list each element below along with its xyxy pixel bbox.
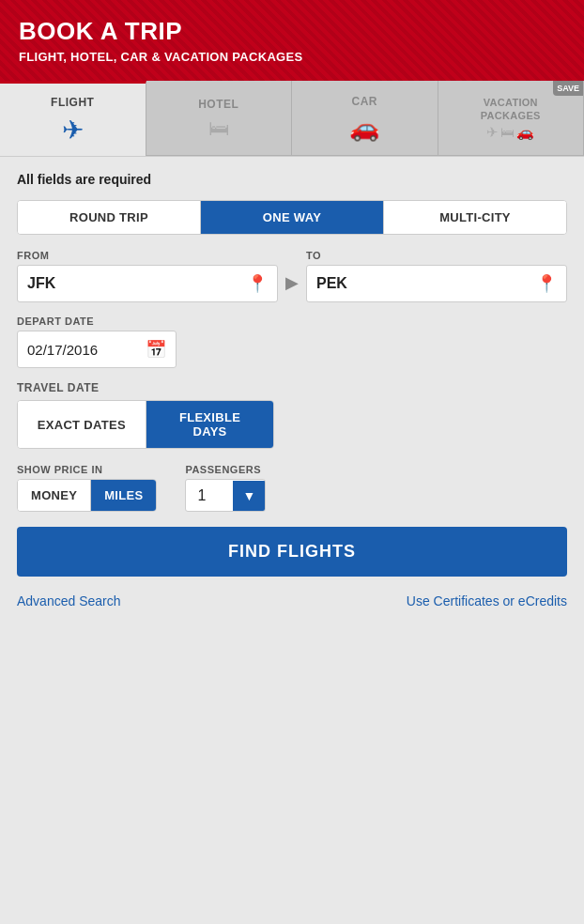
car-icon: 🚗 (349, 114, 379, 143)
find-flights-button[interactable]: FIND FLIGHTS (17, 527, 567, 577)
certificates-link[interactable]: Use Certificates or eCredits (407, 593, 567, 608)
hotel-icon: 🛏 (208, 116, 229, 141)
passengers-dropdown-arrow[interactable]: ▼ (233, 481, 265, 511)
from-to-row: FROM 📍 ▶ TO 📍 (17, 250, 567, 302)
advanced-search-link[interactable]: Advanced Search (17, 593, 121, 608)
depart-date-group: DEPART DATE 📅 (17, 316, 567, 368)
vacation-car-icon: 🚗 (516, 124, 534, 141)
trip-type-toggle: ROUND TRIP ONE WAY MULTI-CITY (17, 200, 567, 235)
flight-icon: ✈ (62, 115, 84, 146)
travel-date-toggle: EXACT DATES FLEXIBLE DAYS (17, 400, 274, 449)
to-input[interactable] (316, 275, 536, 292)
form-area: All fields are required ROUND TRIP ONE W… (0, 157, 584, 629)
multi-city-button[interactable]: MULTI-CITY (384, 201, 566, 234)
from-input-wrap: 📍 (17, 265, 278, 302)
from-input[interactable] (27, 275, 247, 292)
from-field-group: FROM 📍 (17, 250, 278, 302)
header: BOOK A TRIP FLIGHT, HOTEL, CAR & VACATIO… (0, 0, 584, 81)
round-trip-button[interactable]: ROUND TRIP (18, 201, 201, 234)
from-label: FROM (17, 250, 278, 261)
arrow-icon: ▶ (285, 272, 299, 302)
tab-vacation[interactable]: VACATIONPACKAGES ✈ 🛏 🚗 SAVE (438, 81, 585, 156)
to-field-group: TO 📍 (306, 250, 567, 302)
to-label: TO (306, 250, 567, 261)
page-title: BOOK A TRIP (19, 17, 565, 46)
save-badge: SAVE (553, 81, 583, 96)
travel-date-group: TRAVEL DATE EXACT DATES FLEXIBLE DAYS (17, 381, 567, 449)
vacation-flight-icon: ✈ (486, 124, 499, 141)
depart-date-input[interactable] (27, 342, 146, 358)
depart-label: DEPART DATE (17, 316, 567, 327)
passengers-select[interactable]: 1 2 3 4 5 6 (186, 480, 233, 511)
tab-vacation-label: VACATIONPACKAGES (481, 97, 541, 121)
tabs-row: FLIGHT ✈ HOTEL 🛏 CAR 🚗 VACATIONPACKAGES … (0, 81, 584, 156)
travel-date-label: TRAVEL DATE (17, 381, 567, 394)
tab-hotel-label: HOTEL (198, 98, 238, 111)
passengers-label: PASSENGERS (185, 464, 266, 475)
flexible-days-button[interactable]: FLEXIBLE DAYS (146, 401, 274, 448)
to-location-icon[interactable]: 📍 (536, 273, 557, 294)
price-toggle: MONEY MILES (17, 479, 157, 512)
price-label: SHOW PRICE IN (17, 464, 157, 475)
one-way-button[interactable]: ONE WAY (201, 201, 384, 234)
money-button[interactable]: MONEY (18, 480, 91, 511)
miles-button[interactable]: MILES (91, 480, 156, 511)
passengers-select-wrap: 1 2 3 4 5 6 ▼ (185, 479, 266, 512)
price-group: SHOW PRICE IN MONEY MILES (17, 464, 157, 512)
vacation-hotel-icon: 🛏 (500, 124, 515, 141)
tab-car[interactable]: CAR 🚗 (292, 81, 438, 156)
to-input-wrap: 📍 (306, 265, 567, 302)
tab-flight[interactable]: FLIGHT ✈ (0, 81, 146, 156)
page-subtitle: FLIGHT, HOTEL, CAR & VACATION PACKAGES (19, 50, 565, 64)
calendar-icon[interactable]: 📅 (146, 339, 166, 360)
tab-flight-label: FLIGHT (51, 96, 94, 109)
passengers-group: PASSENGERS 1 2 3 4 5 6 ▼ (185, 464, 266, 512)
exact-dates-button[interactable]: EXACT DATES (18, 401, 146, 448)
required-note: All fields are required (17, 172, 567, 187)
price-passengers-row: SHOW PRICE IN MONEY MILES PASSENGERS 1 2… (17, 464, 567, 512)
tab-car-label: CAR (352, 95, 378, 108)
from-location-icon[interactable]: 📍 (247, 273, 268, 294)
vacation-icons: ✈ 🛏 🚗 (486, 124, 534, 141)
tab-hotel[interactable]: HOTEL 🛏 (146, 81, 293, 156)
depart-date-wrap: 📅 (17, 331, 177, 368)
bottom-links: Advanced Search Use Certificates or eCre… (17, 590, 567, 618)
